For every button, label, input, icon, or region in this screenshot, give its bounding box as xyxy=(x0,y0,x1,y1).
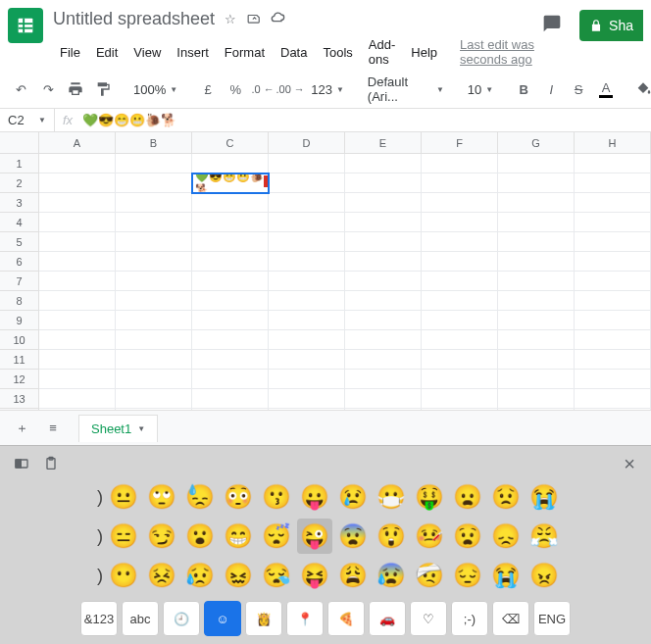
cell[interactable] xyxy=(39,330,116,350)
emoji-key[interactable]: 😓 xyxy=(182,479,218,515)
emoji-key[interactable]: 😏 xyxy=(144,519,179,554)
emoji-key[interactable]: 🙄 xyxy=(144,479,179,515)
cell[interactable] xyxy=(575,291,651,311)
cell[interactable] xyxy=(345,272,422,291)
keyboard-mode-key[interactable]: 🕘 xyxy=(163,601,200,636)
cell[interactable] xyxy=(498,272,575,291)
font-size-dropdown[interactable]: 10▼ xyxy=(462,76,499,102)
emoji-key[interactable]: 😑 xyxy=(106,519,141,554)
cell[interactable] xyxy=(422,193,498,213)
formula-input[interactable]: 💚😎😁😬🐌🐕 xyxy=(82,113,176,127)
cell[interactable] xyxy=(422,370,498,389)
col-header[interactable]: C xyxy=(192,132,269,154)
paint-format-button[interactable] xyxy=(90,76,116,102)
cell[interactable] xyxy=(498,252,575,272)
cell[interactable] xyxy=(39,154,116,173)
cell[interactable] xyxy=(269,272,345,291)
keyboard-dock-icon[interactable] xyxy=(12,454,31,473)
emoji-key[interactable]: 😞 xyxy=(488,519,524,554)
menu-edit[interactable]: Edit xyxy=(89,41,125,64)
keyboard-close-button[interactable]: × xyxy=(620,454,639,473)
cell[interactable] xyxy=(192,330,269,350)
cell[interactable] xyxy=(116,272,192,291)
cell[interactable] xyxy=(269,173,345,193)
emoji-key[interactable]: 😴 xyxy=(259,519,294,554)
font-dropdown[interactable]: Default (Ari...▼ xyxy=(362,76,450,102)
cell[interactable] xyxy=(39,213,116,232)
cell[interactable] xyxy=(422,291,498,311)
emoji-key[interactable]: 😷 xyxy=(374,479,409,515)
cell[interactable] xyxy=(116,389,192,409)
cell[interactable] xyxy=(39,272,116,291)
keyboard-mode-key[interactable]: ENG xyxy=(533,601,571,636)
print-button[interactable] xyxy=(63,76,88,102)
col-header[interactable]: D xyxy=(269,132,345,154)
cell[interactable] xyxy=(422,330,498,350)
cell[interactable] xyxy=(345,330,422,350)
cell[interactable] xyxy=(498,389,575,409)
menu-data[interactable]: Data xyxy=(274,41,314,64)
menu-view[interactable]: View xyxy=(126,41,168,64)
emoji-key[interactable]: 😗 xyxy=(259,479,294,515)
emoji-key[interactable]: 😪 xyxy=(259,558,294,593)
cell[interactable] xyxy=(498,232,575,252)
zoom-dropdown[interactable]: 100%▼ xyxy=(127,76,183,102)
cell[interactable] xyxy=(498,370,575,389)
cell[interactable] xyxy=(345,232,422,252)
keyboard-mode-key[interactable]: 🍕 xyxy=(327,601,365,636)
cell[interactable] xyxy=(345,213,422,232)
emoji-key[interactable]: 😣 xyxy=(144,558,179,593)
cell[interactable] xyxy=(39,291,116,311)
emoji-key[interactable]: 😠 xyxy=(526,558,562,593)
cell[interactable] xyxy=(192,272,269,291)
cell[interactable] xyxy=(269,232,345,252)
undo-button[interactable]: ↶ xyxy=(8,76,33,102)
decrease-decimal-button[interactable]: .0 ← xyxy=(250,76,275,102)
row-header[interactable]: 8 xyxy=(0,291,39,311)
cell[interactable] xyxy=(39,311,116,330)
cell[interactable] xyxy=(575,193,651,213)
keyboard-mode-key[interactable]: 👸 xyxy=(245,601,282,636)
row-header[interactable]: 6 xyxy=(0,252,39,272)
cell[interactable] xyxy=(498,311,575,330)
emoji-key[interactable]: 😢 xyxy=(335,479,371,515)
emoji-key[interactable]: 😭 xyxy=(488,558,524,593)
emoji-key[interactable]: 😜 xyxy=(297,519,332,554)
col-header[interactable]: A xyxy=(39,132,116,154)
cell[interactable] xyxy=(192,213,269,232)
cell[interactable] xyxy=(116,370,192,389)
cell[interactable] xyxy=(116,173,192,193)
cell[interactable] xyxy=(498,213,575,232)
text-color-button[interactable]: A xyxy=(593,76,619,102)
menu-file[interactable]: File xyxy=(53,41,87,64)
col-header[interactable]: H xyxy=(575,132,651,154)
cell[interactable] xyxy=(39,193,116,213)
cell[interactable] xyxy=(269,213,345,232)
cell[interactable] xyxy=(498,291,575,311)
cell[interactable] xyxy=(192,193,269,213)
cell[interactable] xyxy=(422,252,498,272)
cell[interactable] xyxy=(498,409,575,410)
row-header[interactable]: 9 xyxy=(0,311,39,330)
cell[interactable] xyxy=(575,330,651,350)
currency-button[interactable]: £ xyxy=(195,76,221,102)
cell[interactable] xyxy=(575,370,651,389)
cell[interactable] xyxy=(575,173,651,193)
cell[interactable] xyxy=(269,409,345,410)
col-header[interactable]: B xyxy=(116,132,192,154)
cell[interactable] xyxy=(575,213,651,232)
cell[interactable] xyxy=(269,350,345,370)
emoji-key[interactable]: 😝 xyxy=(297,558,332,593)
emoji-key[interactable]: 😰 xyxy=(374,558,409,593)
cell[interactable] xyxy=(116,213,192,232)
row-header[interactable]: 5 xyxy=(0,232,39,252)
keyboard-mode-key[interactable]: 🚗 xyxy=(369,601,406,636)
cell[interactable] xyxy=(192,389,269,409)
col-header[interactable]: F xyxy=(422,132,498,154)
cell[interactable] xyxy=(575,409,651,410)
cell[interactable] xyxy=(345,291,422,311)
emoji-key[interactable]: 😔 xyxy=(450,558,485,593)
cell[interactable] xyxy=(575,272,651,291)
cell[interactable] xyxy=(498,330,575,350)
cell[interactable] xyxy=(269,389,345,409)
